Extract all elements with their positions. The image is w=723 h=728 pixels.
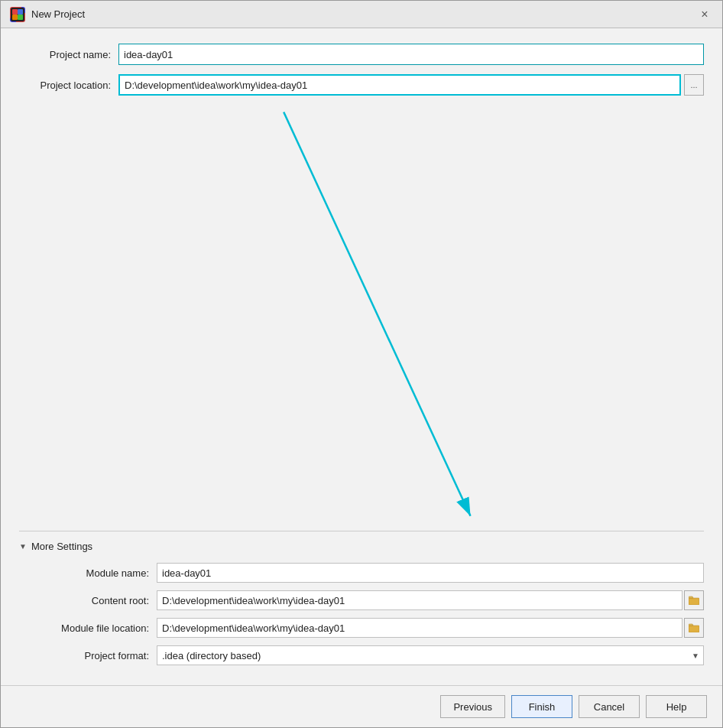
- svg-rect-4: [18, 15, 23, 20]
- middle-area: [19, 105, 704, 531]
- content-root-label: Content root:: [19, 595, 157, 606]
- module-file-location-label: Module file location:: [19, 622, 157, 634]
- project-format-label: Project format:: [19, 650, 157, 661]
- more-settings-section: ▼ More Settings Module name: Content roo…: [19, 531, 704, 673]
- previous-button[interactable]: Previous: [440, 695, 505, 718]
- button-bar: Previous Finish Cancel Help: [1, 685, 722, 727]
- cancel-button[interactable]: Cancel: [579, 695, 640, 718]
- intellij-icon: [10, 7, 25, 22]
- module-name-row: Module name:: [19, 563, 704, 583]
- more-settings-label: More Settings: [31, 541, 92, 552]
- project-location-row: Project location: ...: [19, 74, 704, 96]
- content-root-input-wrapper: [157, 590, 704, 610]
- project-name-label: Project name:: [19, 49, 118, 60]
- svg-rect-7: [689, 598, 699, 605]
- help-button[interactable]: Help: [646, 695, 707, 718]
- svg-rect-2: [18, 9, 23, 15]
- project-name-row: Project name:: [19, 44, 704, 65]
- project-name-input[interactable]: [118, 44, 704, 65]
- module-file-location-input-wrapper: [157, 618, 704, 638]
- collapse-triangle-icon: ▼: [19, 542, 27, 551]
- project-location-input[interactable]: [118, 74, 681, 96]
- project-location-label: Project location:: [19, 80, 118, 91]
- module-file-location-row: Module file location:: [19, 618, 704, 638]
- project-location-browse-button[interactable]: ...: [684, 74, 704, 96]
- module-file-location-input[interactable]: [157, 618, 682, 638]
- title-bar-left: New Project: [10, 7, 85, 22]
- project-format-row: Project format: .idea (directory based).…: [19, 645, 704, 665]
- content-root-row: Content root:: [19, 590, 704, 610]
- project-name-input-wrapper: [118, 44, 704, 65]
- project-format-select[interactable]: .idea (directory based).ipr (file based): [157, 645, 704, 665]
- content-area: Project name: Project location: ...: [1, 28, 722, 685]
- content-root-browse-button[interactable]: [684, 590, 704, 610]
- title-bar: New Project ×: [1, 1, 722, 28]
- svg-line-6: [284, 112, 470, 516]
- finish-button[interactable]: Finish: [511, 695, 572, 718]
- module-name-input[interactable]: [157, 563, 704, 583]
- svg-rect-1: [12, 9, 18, 15]
- project-location-input-wrapper: ...: [118, 74, 704, 96]
- close-button[interactable]: ×: [696, 6, 713, 23]
- project-format-select-wrapper: .idea (directory based).ipr (file based)…: [157, 645, 704, 665]
- more-settings-header[interactable]: ▼ More Settings: [19, 541, 704, 552]
- module-name-label: Module name:: [19, 567, 157, 579]
- content-root-input[interactable]: [157, 590, 682, 610]
- svg-rect-8: [689, 626, 699, 632]
- annotation-arrow: [19, 105, 704, 531]
- dialog-title: New Project: [31, 8, 85, 20]
- svg-rect-3: [12, 15, 18, 20]
- new-project-dialog: New Project × Project name: Project loca…: [0, 0, 723, 728]
- module-file-location-browse-button[interactable]: [684, 618, 704, 638]
